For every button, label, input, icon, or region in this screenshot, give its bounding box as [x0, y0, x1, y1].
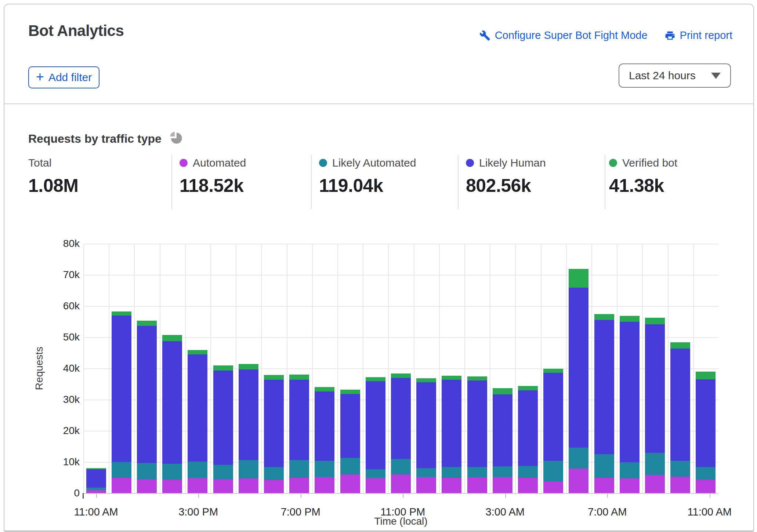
printer-icon: [664, 30, 675, 41]
bar-8: [289, 375, 309, 493]
verified-bot-segment: [696, 372, 716, 379]
likely-human-segment: [289, 380, 309, 460]
add-filter-label: Add filter: [48, 71, 92, 84]
section-title: Requests by traffic type: [28, 132, 162, 146]
bar-20: [594, 314, 614, 493]
verified-bot-segment: [264, 375, 284, 380]
stat-verified-bot: Verified bot 41.38k: [609, 157, 677, 196]
verified-bot-segment: [112, 311, 131, 316]
section-title-row: Requests by traffic type: [28, 130, 184, 147]
likely-automated-dot: [319, 159, 327, 167]
likely-automated-segment: [188, 462, 207, 478]
automated-segment: [137, 479, 157, 493]
verified-bot-segment: [315, 387, 334, 391]
likely-automated-segment: [86, 488, 106, 491]
automated-segment: [493, 477, 512, 493]
automated-segment: [518, 478, 538, 493]
verified-bot-segment: [467, 376, 487, 380]
y-axis-zero-tick: [83, 493, 84, 499]
bar-22: [645, 318, 665, 493]
y-tick-label: 0: [74, 487, 80, 499]
verified-bot-segment: [289, 375, 309, 380]
automated-segment: [416, 477, 436, 493]
likely-human-segment: [137, 326, 157, 463]
likely-human-segment: [188, 354, 207, 462]
bar-13: [416, 378, 436, 493]
verified-bot-segment: [366, 377, 385, 381]
print-report-link[interactable]: Print report: [664, 29, 732, 41]
verified-bot-segment: [543, 369, 563, 373]
automated-segment: [213, 479, 233, 493]
plus-icon: +: [36, 70, 44, 84]
stat-automated-label: Automated: [193, 157, 246, 169]
likely-automated-segment: [594, 454, 614, 478]
likely-automated-segment: [518, 466, 538, 478]
stats-divider: [171, 155, 172, 209]
automated-segment: [86, 490, 106, 493]
likely-automated-segment: [569, 448, 588, 469]
bar-23: [670, 342, 690, 493]
stat-likely-automated: Likely Automated 119.04k: [319, 157, 416, 196]
verified-bot-segment: [645, 318, 665, 324]
bar-10: [340, 390, 360, 493]
likely-human-segment: [86, 469, 106, 488]
stats-divider: [605, 155, 605, 209]
likely-automated-segment: [416, 468, 436, 477]
y-tick-label: 30k: [63, 394, 80, 405]
automated-segment: [112, 478, 131, 493]
configure-link-label: Configure Super Bot Fight Mode: [495, 29, 648, 41]
bar-15: [467, 376, 487, 493]
stat-automated-value: 118.52k: [180, 175, 246, 196]
x-tick-label: 7:00 AM: [588, 506, 627, 518]
likely-automated-segment: [467, 467, 487, 477]
likely-human-segment: [493, 394, 512, 466]
add-filter-button[interactable]: + Add filter: [28, 66, 99, 88]
verified-bot-segment: [620, 316, 640, 321]
bot-analytics-page: Bot Analytics Configure Super Bot Fight …: [0, 0, 757, 532]
automated-segment: [569, 469, 588, 493]
automated-segment: [264, 480, 284, 493]
likely-human-segment: [112, 316, 131, 462]
stat-likely-automated-value: 119.04k: [319, 175, 416, 196]
time-range-select[interactable]: Last 24 hours: [619, 63, 731, 88]
x-tick-label: 11:00 AM: [74, 506, 118, 518]
likely-automated-segment: [696, 467, 716, 480]
bar-24: [696, 372, 716, 493]
page-title: Bot Analytics: [28, 22, 124, 40]
wrench-icon: [479, 30, 490, 41]
x-tick-label: 3:00 AM: [486, 506, 525, 518]
y-tick-label: 40k: [63, 362, 80, 374]
likely-human-segment: [391, 378, 411, 459]
bar-4: [188, 350, 207, 493]
verified-bot-segment: [340, 390, 360, 394]
likely-human-segment: [416, 382, 436, 468]
automated-segment: [391, 474, 411, 493]
y-tick-label: 20k: [63, 425, 80, 437]
bar-19: [569, 269, 588, 493]
likely-human-segment: [213, 371, 233, 465]
automated-segment: [442, 478, 461, 493]
verified-bot-segment: [188, 350, 207, 354]
automated-segment: [670, 477, 690, 493]
automated-segment: [543, 481, 563, 493]
header-links: Configure Super Bot Fight Mode Print rep…: [479, 29, 732, 41]
verified-bot-segment: [518, 386, 538, 391]
x-tick-mark: [301, 494, 301, 498]
configure-super-bot-fight-mode-link[interactable]: Configure Super Bot Fight Mode: [479, 29, 648, 41]
bar-12: [391, 374, 411, 493]
likely-human-segment: [569, 288, 588, 448]
likely-human-segment: [442, 380, 461, 467]
likely-human-segment: [518, 390, 538, 466]
automated-segment: [696, 480, 716, 493]
x-tick-label: 7:00 PM: [281, 506, 320, 518]
likely-human-segment: [620, 322, 640, 462]
likely-automated-segment: [645, 453, 665, 475]
stat-total-value: 1.08M: [28, 175, 78, 196]
stat-likely-human: Likely Human 802.56k: [466, 157, 546, 196]
bar-16: [493, 388, 512, 493]
x-tick-mark: [198, 494, 199, 498]
bar-7: [264, 375, 284, 493]
plot-area: [83, 244, 718, 494]
automated-segment: [645, 475, 665, 493]
automated-segment: [467, 477, 487, 493]
